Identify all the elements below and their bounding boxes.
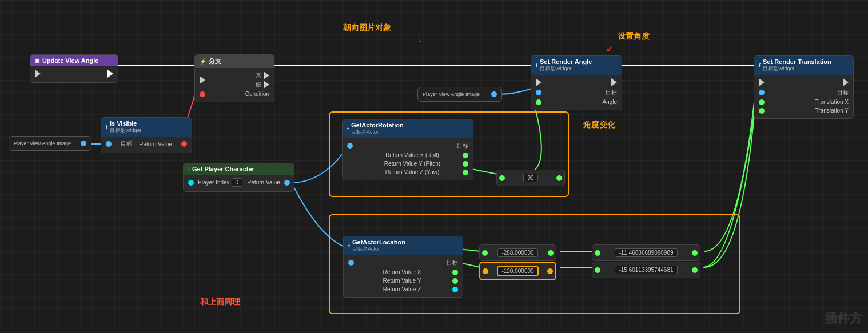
branch-true-out: [264, 71, 269, 79]
node-value-90[interactable]: 90: [496, 170, 565, 186]
node-value-neg114[interactable]: -11.46886689090909: [592, 244, 700, 261]
pvai2-out-pin: [491, 91, 497, 97]
gar-target-pin: [347, 143, 353, 149]
gar-rz-row: Return Value Z (Yaw): [347, 168, 468, 176]
node-header-branch: ⚡ 分支: [195, 55, 274, 68]
v288-out-pin: [548, 250, 554, 256]
node-get-actor-location[interactable]: f GetActorLocation 目标是Actor 目标 Return Va…: [343, 236, 463, 298]
node-row-is-visible-target: 目标 Return Value: [106, 139, 187, 149]
annotation-angle-change: 角度变化: [583, 120, 615, 130]
node-row-exec-inout: 真 假: [200, 70, 269, 90]
gal-rx-pin: [452, 270, 458, 275]
node-update-view-angle[interactable]: ▣ Update View Angle: [30, 54, 118, 83]
annotation-facing-image: 朝向图片对象: [343, 23, 391, 33]
sra-angle-row: Angle: [536, 98, 617, 106]
node-get-player-character[interactable]: f Get Player Character Player Index 0 Re…: [183, 163, 294, 192]
node-row-pvai-2: Player View Angle Image: [423, 90, 497, 98]
arrow-facing-image: ↓: [417, 34, 422, 45]
watermark: 插件方: [825, 310, 862, 327]
annotation-set-angle: 设置角度: [618, 31, 650, 42]
srt-tx-row: Translation X: [759, 98, 849, 106]
sra-exec-in: [536, 78, 541, 86]
gal-rz-pin: [452, 287, 458, 292]
value-90-row: 90: [499, 172, 562, 183]
sra-angle-pin: [536, 99, 541, 105]
node-get-actor-rotation[interactable]: f GetActorRotation 目标是Actor 目标 Return Va…: [342, 119, 473, 180]
srt-exec-in: [759, 78, 765, 86]
node-header-sra: f Set Render Angle 目标是Widget: [531, 56, 622, 75]
node-row-condition: Condition: [200, 90, 269, 98]
annotation-same-as-above: 和上面同理: [200, 297, 240, 307]
pvai-out-pin: [81, 141, 86, 146]
gal-rx-row: Return Value X: [348, 268, 458, 276]
v156-in-pin: [595, 267, 600, 273]
value-neg288-row: -288.000000: [482, 247, 554, 258]
is-visible-return-pin: [181, 141, 187, 147]
node-header-srt: f Set Render Translation 目标是Widget: [754, 56, 853, 75]
node-row-pvai-1: Player View Angle Image: [14, 139, 86, 147]
node-set-render-angle[interactable]: f Set Render Angle 目标是Widget 目标 Angle: [531, 55, 622, 110]
srt-ty-row: Translation Y: [759, 106, 849, 115]
value-neg120-row: -120.000000: [483, 265, 553, 277]
gpc-return-pin: [284, 180, 290, 186]
srt-target-row: 目标: [759, 87, 849, 98]
gal-ry-pin: [452, 278, 458, 284]
v120-in-pin: [483, 268, 488, 274]
value90-in-pin: [499, 175, 505, 181]
srt-tx-pin: [759, 99, 765, 105]
gar-rx-pin: [463, 153, 468, 158]
v120-out-pin: [547, 268, 553, 274]
v288-in-pin: [482, 250, 488, 256]
node-value-neg120[interactable]: -120.000000: [479, 262, 556, 280]
gal-rz-row: Return Value Z: [348, 285, 458, 294]
gar-target-row: 目标: [347, 141, 468, 151]
srt-target-pin: [759, 90, 765, 95]
srt-exec-row: [759, 77, 849, 87]
value-neg114-row: -11.46886689090909: [595, 247, 698, 258]
gar-rz-pin: [463, 170, 468, 175]
player-index-pin: [188, 180, 194, 186]
node-player-view-image-2[interactable]: Player View Angle Image: [417, 87, 502, 102]
node-row-gpc: Player Index 0 Return Value: [188, 177, 289, 188]
sra-target-row: 目标: [536, 87, 617, 98]
exec-out-pin: [107, 70, 113, 78]
v114-in-pin: [595, 250, 600, 256]
node-branch[interactable]: ⚡ 分支 真 假 Condition: [194, 54, 274, 102]
gal-target-row: 目标: [348, 258, 458, 268]
value90-out-pin: [556, 175, 562, 181]
srt-ty-pin: [759, 108, 765, 114]
node-is-visible[interactable]: f Is Visible 目标是Widget 目标 Return Value: [101, 117, 192, 153]
gar-ry-pin: [463, 161, 468, 167]
v156-out-pin: [692, 267, 698, 273]
gal-target-pin: [348, 260, 354, 266]
gal-ry-row: Return Value Y: [348, 276, 458, 285]
value-neg156-row: -15.60113395744681: [595, 264, 698, 275]
is-visible-target-pin: [106, 141, 112, 147]
sra-exec-row: [536, 77, 617, 87]
arrow-set-angle: ↙: [606, 43, 614, 54]
exec-in-pin: [35, 70, 41, 78]
node-header-gpc: f Get Player Character: [184, 163, 294, 175]
branch-false-out: [264, 81, 269, 89]
v114-out-pin: [692, 250, 698, 256]
node-header-gal: f GetActorLocation 目标是Actor: [344, 236, 463, 255]
branch-exec-in: [200, 76, 205, 84]
node-row-exec: [35, 69, 113, 79]
gar-ry-row: Return Value Y (Pitch): [347, 159, 468, 168]
node-header-is-visible: f Is Visible 目标是Widget: [101, 118, 192, 137]
condition-pin: [200, 91, 205, 97]
node-player-view-image-1[interactable]: Player View Angle Image: [9, 136, 91, 151]
node-value-neg156[interactable]: -15.60113395744681: [592, 262, 700, 278]
gar-rx-row: Return Value X (Roll): [347, 151, 468, 159]
sra-target-pin: [536, 90, 541, 95]
node-header-update-view-angle: ▣ Update View Angle: [30, 55, 118, 66]
srt-exec-out: [843, 78, 849, 86]
node-value-neg288[interactable]: -288.000000: [479, 244, 556, 261]
node-set-render-translation[interactable]: f Set Render Translation 目标是Widget 目标 Tr…: [754, 55, 854, 119]
node-header-gar: f GetActorRotation 目标是Actor: [343, 119, 473, 138]
sra-exec-out: [611, 78, 617, 86]
